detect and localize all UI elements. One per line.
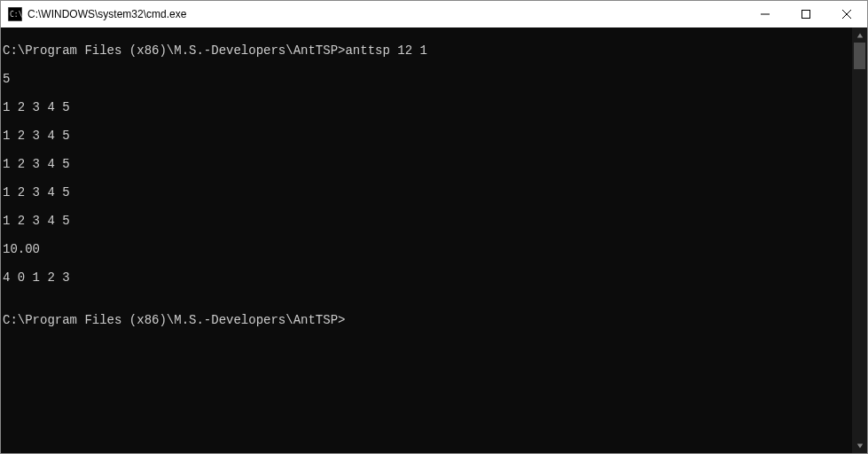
terminal-line: 1 2 3 4 5	[3, 214, 852, 228]
cmd-icon: C:\	[8, 7, 22, 21]
titlebar[interactable]: C:\ C:\WINDOWS\system32\cmd.exe	[1, 1, 867, 27]
vertical-scrollbar[interactable]	[852, 27, 867, 453]
scroll-up-button[interactable]	[852, 27, 867, 43]
cmd-window: C:\ C:\WINDOWS\system32\cmd.exe	[0, 0, 868, 454]
terminal-line: 4 0 1 2 3	[3, 270, 852, 285]
terminal-line: C:\Program Files (x86)\M.S.-Developers\A…	[3, 313, 852, 327]
titlebar-buttons	[745, 1, 867, 27]
svg-text:C:\: C:\	[10, 11, 22, 19]
terminal-area: C:\Program Files (x86)\M.S.-Developers\A…	[1, 27, 867, 453]
svg-rect-3	[802, 11, 810, 19]
scroll-down-button[interactable]	[852, 438, 867, 453]
terminal-line: 5	[3, 72, 852, 86]
window-title: C:\WINDOWS\system32\cmd.exe	[27, 8, 186, 20]
minimize-button[interactable]	[745, 1, 786, 27]
terminal-line: 1 2 3 4 5	[3, 157, 852, 171]
terminal-content[interactable]: C:\Program Files (x86)\M.S.-Developers\A…	[1, 27, 852, 453]
maximize-button[interactable]	[786, 1, 826, 27]
terminal-line: 1 2 3 4 5	[3, 185, 852, 200]
terminal-line: 10.00	[3, 242, 852, 256]
terminal-line: 1 2 3 4 5	[3, 100, 852, 114]
scrollbar-track[interactable]	[852, 43, 867, 438]
close-button[interactable]	[826, 1, 867, 27]
scrollbar-thumb[interactable]	[854, 43, 865, 69]
terminal-line: C:\Program Files (x86)\M.S.-Developers\A…	[3, 43, 852, 58]
terminal-line: 1 2 3 4 5	[3, 129, 852, 143]
